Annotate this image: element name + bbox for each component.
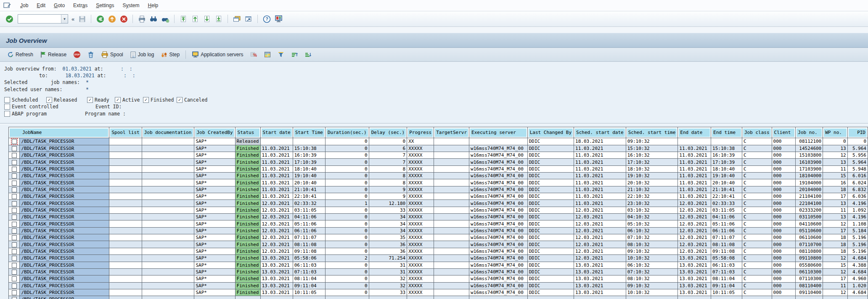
delete-button[interactable] <box>85 50 97 60</box>
cell-job-documentation[interactable] <box>142 207 194 213</box>
cell-status[interactable]: Finished <box>235 165 260 172</box>
cell-job-documentation[interactable] <box>142 227 194 234</box>
cell-wp-no[interactable] <box>823 296 847 299</box>
cell-sched-start-time[interactable]: 06:10:32 <box>626 262 678 268</box>
cell-start-date[interactable] <box>260 296 293 299</box>
checkbox-icon[interactable] <box>12 160 17 165</box>
cell-targetservr[interactable] <box>434 275 469 282</box>
cell-start-time[interactable]: 07:11:07 <box>293 234 325 241</box>
cell-client[interactable]: 000 <box>772 282 796 289</box>
cell-start-time[interactable]: 20:10:40 <box>293 179 325 186</box>
cell-last-changed-by[interactable]: DDIC <box>527 234 574 241</box>
filter-button[interactable] <box>275 50 287 60</box>
cell-status[interactable]: Finished <box>235 227 260 234</box>
cell-spool-list[interactable] <box>109 234 142 241</box>
cell-delay[interactable]: 31 <box>369 262 407 268</box>
cell-start-date[interactable]: 13.03.2021 <box>260 268 293 275</box>
cell-spool-list[interactable] <box>109 179 142 186</box>
cell-executing-server[interactable]: w16mss740M74_M74_00 <box>469 289 528 296</box>
cell-delay[interactable]: 31 <box>369 268 407 275</box>
cell-start-time[interactable]: 09:11:08 <box>293 248 325 254</box>
cell-last-changed-by[interactable]: DDIC <box>527 173 574 179</box>
row-select-checkbox[interactable] <box>9 214 20 220</box>
cell-job-class[interactable]: C <box>742 152 772 159</box>
cell-delay[interactable]: 7 <box>369 159 407 165</box>
cell-job-class[interactable]: C <box>742 207 772 213</box>
application-servers-button[interactable]: Application servers <box>189 50 246 60</box>
cell-start-time[interactable]: 07:11:03 <box>293 268 325 275</box>
cell-end-time[interactable]: 09:11:08 <box>711 248 742 254</box>
checkbox-icon[interactable] <box>12 256 17 261</box>
cell-executing-server[interactable]: w16mss740M74_M74_00 <box>469 207 528 213</box>
cell-end-date[interactable]: 12.03.2021 <box>678 241 711 248</box>
cell-progress[interactable]: XXXXX <box>407 241 434 248</box>
column-header-client[interactable]: Client <box>772 127 796 138</box>
find-next-icon[interactable] <box>160 14 170 24</box>
cell-spool-list[interactable] <box>109 275 142 282</box>
cell-sched-start-time[interactable] <box>626 296 678 299</box>
cell-job-documentation[interactable] <box>142 214 194 220</box>
command-dropdown-icon[interactable]: ▼ <box>61 15 68 23</box>
help-icon[interactable]: ? <box>262 14 272 24</box>
cell-status[interactable]: Finished <box>235 255 260 262</box>
cell-job-class[interactable]: C <box>742 227 772 234</box>
cell-end-date[interactable]: 13.03.2021 <box>678 262 711 268</box>
cell-start-date[interactable]: 13.03.2021 <box>260 282 293 289</box>
cell-delay[interactable]: 9 <box>369 186 407 193</box>
cell-status[interactable]: Finished <box>235 207 260 213</box>
cell-progress[interactable]: XXXXX <box>407 227 434 234</box>
cell-pid[interactable] <box>847 296 868 299</box>
cell-end-date[interactable]: 12.03.2021 <box>678 214 711 220</box>
cell-job-documentation[interactable] <box>142 248 194 254</box>
cell-executing-server[interactable]: w16mss740M74_M74_00 <box>469 262 528 268</box>
cell-end-time[interactable]: 03:11:05 <box>711 207 742 213</box>
cell-delay[interactable]: 0 <box>369 138 407 145</box>
row-select-checkbox[interactable] <box>9 179 20 186</box>
cell-job-no[interactable]: 17103900 <box>796 165 823 172</box>
checkbox-icon[interactable] <box>12 173 17 178</box>
cell-job-class[interactable]: C <box>742 165 772 172</box>
cell-job-class[interactable]: C <box>742 275 772 282</box>
percentage-button[interactable]: % <box>247 50 260 60</box>
cell-pid[interactable]: 4.684 <box>847 289 868 296</box>
cell-job-documentation[interactable] <box>142 138 194 145</box>
cell-job-documentation[interactable] <box>142 234 194 241</box>
column-header-job-createdby[interactable]: Job CreatedBy <box>194 127 235 138</box>
cell-spool-list[interactable] <box>109 220 142 227</box>
cell-status[interactable]: Finished <box>235 268 260 275</box>
cell-job-class[interactable]: C <box>742 241 772 248</box>
cell-start-time[interactable]: 15:10:38 <box>293 145 325 152</box>
cell-client[interactable]: 000 <box>772 234 796 241</box>
cell-job-createdby[interactable]: SAP* <box>194 268 235 275</box>
cell-start-date[interactable]: 12.03.2021 <box>260 241 293 248</box>
cell-sched-start-time[interactable]: 08:10:32 <box>626 241 678 248</box>
status-checkbox-released[interactable]: Released <box>46 97 77 103</box>
cell-sched-start-time[interactable]: 05:10:32 <box>626 220 678 227</box>
cell-delay[interactable]: 9 <box>369 193 407 200</box>
cell-start-time[interactable]: 06:11:06 <box>293 227 325 234</box>
cell-start-date[interactable]: 13.03.2021 <box>260 255 293 262</box>
checkbox-icon[interactable] <box>12 235 17 240</box>
cell-duration[interactable]: 0 <box>325 207 369 213</box>
cell-spool-list[interactable] <box>109 186 142 193</box>
cell-client[interactable]: 000 <box>772 200 796 207</box>
cell-job-no[interactable]: 02333200 <box>796 207 823 213</box>
cell-job-documentation[interactable] <box>142 289 194 296</box>
cell-job-documentation[interactable] <box>142 220 194 227</box>
cell-targetservr[interactable] <box>434 159 469 165</box>
checked-checkbox-icon[interactable] <box>87 97 93 103</box>
cell-duration[interactable]: 0 <box>325 193 369 200</box>
cell-pid[interactable]: 5.956 <box>847 152 868 159</box>
cell-sched-start-date[interactable]: 11.03.2021 <box>574 179 626 186</box>
cell-progress[interactable]: XXXXX <box>407 179 434 186</box>
cell-targetservr[interactable] <box>434 173 469 179</box>
cell-sched-start-date[interactable] <box>574 296 626 299</box>
job-log-button[interactable]: 68 Job log <box>127 50 157 60</box>
cell-pid[interactable]: 6.832 <box>847 186 868 193</box>
cell-sched-start-date[interactable]: 13.03.2021 <box>574 289 626 296</box>
cell-end-date[interactable]: 13.03.2021 <box>678 275 711 282</box>
cell-client[interactable]: 000 <box>772 248 796 254</box>
cell-end-time[interactable] <box>711 138 742 145</box>
cell-targetservr[interactable] <box>434 255 469 262</box>
cell-job-documentation[interactable] <box>142 262 194 268</box>
